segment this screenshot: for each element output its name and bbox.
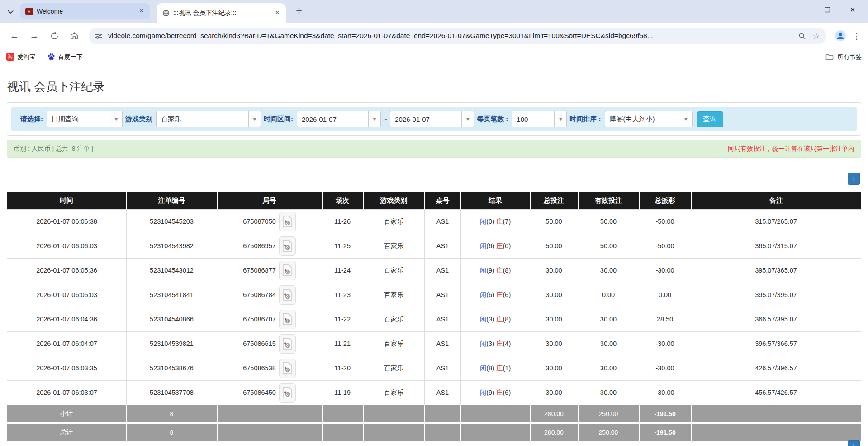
table-row: 2026-01-07 06:03:07523104537708675086450… (7, 380, 861, 405)
cell-valid-bet: 0.00 (578, 283, 639, 307)
cell-session: 11-25 (322, 234, 363, 258)
cell-result: 闲(0) 庄(7) (461, 209, 530, 234)
cell-payout: -30.00 (639, 380, 691, 405)
cell-valid-bet: 30.00 (578, 258, 639, 283)
cell-round-id: 675086877 (217, 258, 322, 283)
bookmark-label: 百度一下 (58, 53, 83, 61)
cell-table-no: AS1 (425, 331, 461, 356)
footer-payout: -191.50 (639, 423, 691, 441)
browser-menu-icon[interactable]: ⋮ (850, 31, 863, 41)
video-replay-icon[interactable] (279, 236, 296, 256)
footer-table (425, 423, 461, 441)
forward-icon[interactable]: → (26, 27, 43, 44)
new-tab-button[interactable]: + (292, 5, 306, 18)
page-1-button-bottom[interactable]: 1 (848, 440, 860, 446)
cell-note: 456.57/426.57 (691, 380, 861, 405)
date-start-select[interactable]: 2026-01-07▼ (297, 111, 381, 127)
profile-avatar[interactable] (833, 28, 848, 43)
footer-count: 8 (127, 423, 217, 441)
game-kind-select[interactable]: 百家乐▼ (156, 111, 261, 127)
video-replay-icon[interactable] (279, 359, 296, 378)
column-header: 场次 (322, 192, 363, 209)
notice-text: 同局有效投注，统一计算在该局第一张注单内 (728, 145, 854, 153)
chevron-down-icon: ▼ (554, 111, 566, 127)
column-header: 注单编号 (127, 192, 217, 209)
reload-icon[interactable] (46, 27, 63, 44)
cell-bet-id: 523104543012 (127, 258, 217, 283)
filter-bar: 请选择: 日期查询▼ 游戏类别 百家乐▼ 时间区间: 2026-01-07▼ ~… (11, 107, 857, 131)
cell-bet-id: 523104537708 (127, 380, 217, 405)
round-id: 675086615 (243, 340, 276, 347)
cell-bet-id: 523104543982 (127, 234, 217, 258)
tab-betrecord[interactable]: :::视讯 会员下注纪录::: × (157, 3, 286, 23)
table-row: 2026-01-07 06:04:36523104540866675086707… (7, 307, 861, 331)
chevron-down-icon: ▼ (248, 111, 261, 127)
close-icon[interactable]: × (138, 7, 146, 15)
cell-game-kind: 百家乐 (363, 283, 425, 307)
cell-game-kind: 百家乐 (363, 331, 425, 356)
video-replay-icon[interactable] (279, 212, 296, 231)
cell-total-bet: 30.00 (530, 356, 578, 380)
cell-result: 闲(3) 庄(4) (461, 331, 530, 356)
minimize-button[interactable] (789, 0, 815, 19)
browser-tab-strip: ♠ Welcome × :::视讯 会员下注纪录::: × + × (0, 0, 868, 23)
per-page-select[interactable]: 100▼ (512, 111, 567, 127)
cell-result: 闲(8) 庄(1) (461, 356, 530, 380)
bookmark-aitaobao[interactable]: 淘 爱淘宝 (6, 53, 36, 61)
zoom-page-icon[interactable] (798, 32, 806, 40)
page-1-button[interactable]: 1 (848, 173, 860, 185)
bookmark-baidu[interactable]: 百度一下 (47, 53, 83, 61)
cell-table-no: AS1 (425, 307, 461, 331)
table-row: 2026-01-07 06:04:07523104539821675086615… (7, 331, 861, 356)
cell-note: 395.07/395.07 (691, 283, 861, 307)
cell-time: 2026-01-07 06:06:38 (7, 209, 127, 234)
video-replay-icon[interactable] (279, 310, 296, 329)
cell-round-id: 675086957 (217, 234, 322, 258)
cell-payout: -30.00 (639, 331, 691, 356)
globe-icon (162, 9, 170, 17)
query-type-select[interactable]: 日期查询▼ (47, 111, 123, 127)
back-icon[interactable]: ← (6, 27, 23, 44)
close-window-button[interactable]: × (840, 0, 865, 19)
cell-time: 2026-01-07 06:03:07 (7, 380, 127, 405)
video-replay-icon[interactable] (279, 383, 296, 403)
column-header: 备注 (691, 192, 861, 209)
column-header: 游戏类别 (363, 192, 425, 209)
tune-icon[interactable] (95, 32, 103, 40)
footer-note (691, 423, 861, 441)
footer-label: 总计 (7, 423, 127, 441)
maximize-button[interactable] (815, 0, 840, 19)
baidu-paw-icon (47, 53, 55, 61)
url-text[interactable]: videoie.com/game/betrecord_search/kind3?… (108, 32, 792, 40)
sort-select[interactable]: 降幂(由大到小)▼ (605, 111, 693, 127)
url-bar[interactable]: videoie.com/game/betrecord_search/kind3?… (89, 28, 826, 44)
footer-total-bet: 280.00 (530, 423, 578, 441)
cell-note: 365.07/315.07 (691, 234, 861, 258)
home-icon[interactable] (66, 27, 83, 44)
cell-table-no: AS1 (425, 283, 461, 307)
video-replay-icon[interactable] (279, 261, 296, 280)
date-range-label: 时间区间: (264, 115, 293, 124)
bookmark-star-icon[interactable]: ☆ (812, 31, 820, 41)
cell-session: 11-20 (322, 356, 363, 380)
video-replay-icon[interactable] (279, 334, 296, 354)
cell-table-no: AS1 (425, 380, 461, 405)
round-id: 675087050 (243, 218, 276, 225)
cell-note: 395.07/365.07 (691, 258, 861, 283)
cell-note: 426.57/396.57 (691, 356, 861, 380)
close-icon[interactable]: × (273, 9, 281, 17)
footer-session (322, 423, 363, 441)
round-id: 675086957 (243, 242, 276, 249)
per-page-label: 每页笔数 : (477, 115, 508, 124)
cell-round-id: 675086784 (217, 283, 322, 307)
all-bookmarks-label[interactable]: 所有书签 (837, 53, 862, 61)
date-end-select[interactable]: 2026-01-07▼ (390, 111, 474, 127)
query-button[interactable]: 查询 (697, 111, 723, 127)
video-replay-icon[interactable] (279, 285, 296, 305)
tab-search-button[interactable] (4, 5, 17, 18)
tab-welcome[interactable]: ♠ Welcome × (20, 3, 150, 19)
cell-note: 315.07/265.07 (691, 209, 861, 234)
table-row: 2026-01-07 06:03:35523104538676675086538… (7, 356, 861, 380)
cell-valid-bet: 30.00 (578, 307, 639, 331)
column-header: 总派彩 (639, 192, 691, 209)
